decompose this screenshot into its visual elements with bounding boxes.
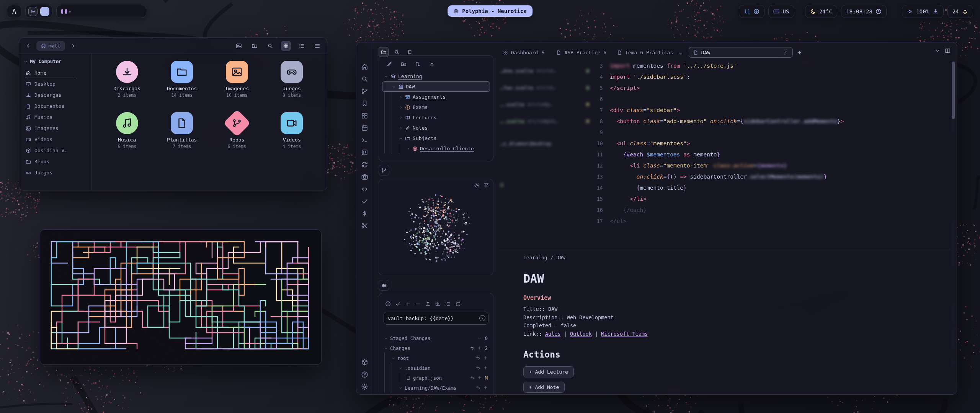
panel-tab-bookmark[interactable] [405,47,415,57]
git-row-undo-icon[interactable] [476,356,480,360]
close-tab-icon[interactable] [784,50,788,55]
tree-item-lectures[interactable]: Lectures [382,112,490,123]
tree-item-exams[interactable]: Exams [382,102,490,112]
git-branch-button[interactable] [379,165,389,176]
blurred-file-row[interactable]: …s_Alumno\Desktop [500,135,589,152]
git-row-plus-icon[interactable] [477,346,482,350]
folder-plantillas[interactable]: Plantillas7 items [155,112,209,159]
tree-item-daw[interactable]: DAW [382,81,490,92]
rail-bookmark-icon[interactable] [361,100,368,107]
git-download-icon[interactable] [435,301,441,307]
tab-dashboard[interactable]: Dashboard [499,47,550,58]
link-outlook[interactable]: Outlook [570,331,592,337]
sidebar-header[interactable]: My Computer [24,59,87,64]
git-row-undo-icon[interactable] [476,366,480,370]
tab-daw[interactable]: DAW [689,47,793,58]
sidebar-item-home[interactable]: Home [22,67,88,78]
link-microsoft-teams[interactable]: Microsoft Teams [601,331,648,337]
new-tab-button[interactable] [795,48,804,57]
updates-module[interactable]: 11 [739,5,764,18]
panel-tab-search[interactable] [392,47,402,57]
folder-repos[interactable]: Repos6 items [210,112,264,159]
button-add-note[interactable]: + Add Note [523,382,565,393]
tree-item-learning[interactable]: Learning [382,71,490,81]
git-refresh-icon[interactable] [455,301,461,307]
git-row-changes[interactable]: Changes2 [383,343,489,353]
rail-grid-icon[interactable] [361,112,368,119]
tree-sort-icon[interactable] [415,61,421,67]
sidebar-item-repos[interactable]: Repos [22,156,88,167]
notifications-module[interactable]: 24 [947,5,973,18]
git-row-graph-json[interactable]: graph.jsonM [383,373,489,383]
rail-scissors-icon[interactable] [361,222,368,229]
sidebar-item-descargas[interactable]: Descargas [22,89,88,101]
back-button[interactable] [24,41,33,50]
git-row-undo-icon[interactable] [470,346,475,350]
git-row-plus-icon[interactable] [483,385,488,390]
workspaces-module[interactable] [56,5,146,18]
rail-branch-icon[interactable] [361,88,368,95]
tree-item-notes[interactable]: Notes [382,123,490,133]
chevron-down-icon[interactable] [934,48,940,54]
image-view-button[interactable] [234,41,244,51]
git-row-plus-icon[interactable] [483,366,488,370]
git-row-staged-changes[interactable]: Staged Changes0 [383,333,489,343]
git-row-undo-icon[interactable] [476,385,480,390]
scrollbar-thumb[interactable] [952,62,955,119]
rail-camera-icon[interactable] [361,173,368,180]
breadcrumb[interactable]: matt [36,41,65,51]
sidebar-item-videos[interactable]: Videos [22,134,88,145]
notes-button[interactable] [40,7,49,16]
tree-folderplus-icon[interactable] [401,61,407,67]
git-row-learning-daw-exams[interactable]: Learning/DAW/Exams [383,383,489,393]
rail-home-icon[interactable] [361,63,368,70]
button-add-lecture[interactable]: + Add Lecture [523,366,574,377]
sidebar-item-musica[interactable]: Musica [22,112,88,123]
tree-collapse-icon[interactable] [429,61,435,67]
tab-tema-6-pr-cticas[interactable]: Tema 6 Prácticas -… [613,47,686,58]
sidebar-item-desktop[interactable]: Desktop [22,78,88,89]
folder-juegos[interactable]: Juegos8 items [265,61,319,107]
keyboard-layout-module[interactable]: US [768,5,794,18]
rail-kanban-icon[interactable] [361,149,368,156]
folder-descargas[interactable]: Descargas2 items [100,61,154,107]
rail-search-icon[interactable] [361,75,368,83]
commit-message-input[interactable] [384,312,488,325]
tree-item-desarrollo-cliente[interactable]: Desarrollo-Cliente [382,143,490,154]
blurred-file-row[interactable]: ….sveltesrc/comp…M [500,96,589,113]
sidebar-item-juegos[interactable]: Juegos [22,167,88,178]
folder-imagenes[interactable]: Imagenes10 items [210,61,264,107]
blurred-file-row[interactable]: ….sveltesrc/compon…M [500,113,589,130]
forward-button[interactable] [69,41,78,50]
breadcrumb-learning[interactable]: Learning [523,255,547,260]
git-row-undo-icon[interactable] [470,376,475,380]
rail-box-icon[interactable] [361,359,368,366]
rail-check-icon[interactable] [361,198,368,205]
blurred-file-row[interactable]: …One.sveltesrc/co…U [500,62,589,79]
git-minus-icon[interactable] [415,301,421,307]
grid-view-button[interactable] [281,41,291,51]
git-row-plus-icon[interactable] [483,356,488,360]
folderplus-view-button[interactable] [250,41,260,51]
sidebar-item-imagenes[interactable]: Imagenes [22,123,88,134]
git-pluscircle-icon[interactable] [385,301,391,307]
git-row-root[interactable]: root [383,353,489,363]
tree-item-assignments[interactable]: Assignments [382,92,490,102]
rail-gear-icon[interactable] [361,383,368,390]
list-view-button[interactable] [297,41,307,51]
git-list-icon[interactable] [445,301,451,307]
clock-module[interactable]: 18:08:28 [841,5,887,18]
split-layout-icon[interactable] [945,48,951,54]
note-pane[interactable]: Learning/DAW DAW Overview Title:: DAWDes… [499,249,951,394]
sidebar-item-documentos[interactable]: Documentos [22,101,88,112]
git-plus-icon[interactable] [405,301,411,307]
panel-tab-folder[interactable] [379,47,389,57]
git-row-minus-icon[interactable] [477,336,482,340]
graph-settings-button[interactable] [379,280,389,291]
git-row-plus-icon[interactable] [477,376,482,380]
scrollbar[interactable] [952,60,955,390]
rail-code-icon[interactable] [361,185,368,193]
rail-calendar-icon[interactable] [361,124,368,132]
blurred-file-row[interactable]: …Two.sveltesrc/co…U [500,79,589,96]
git-check-icon[interactable] [395,301,401,307]
